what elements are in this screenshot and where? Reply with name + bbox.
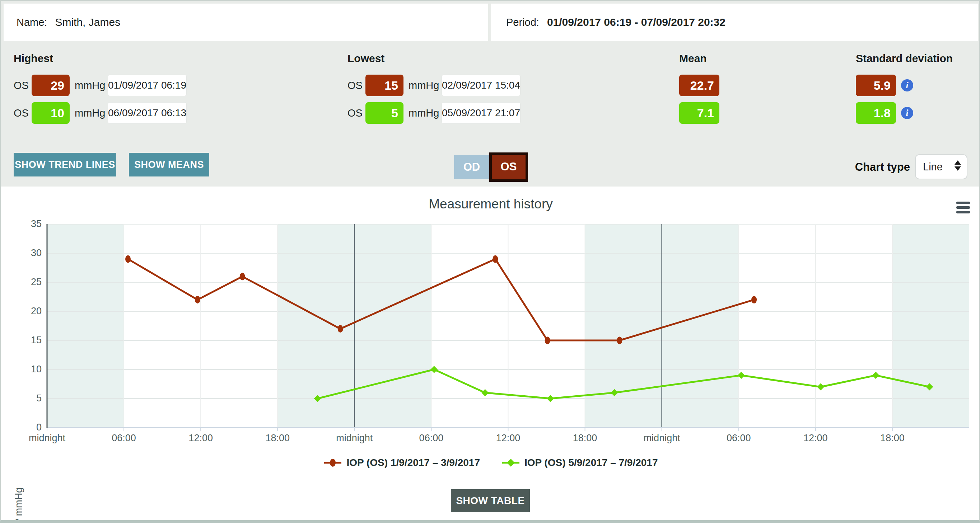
x-axis-label: 06:00	[102, 433, 145, 444]
legend-item-green-series[interactable]: IOP (OS) 5/9/2017 – 7/9/2017	[501, 457, 658, 469]
x-axis-label: 06:00	[410, 433, 453, 444]
data-point[interactable]	[195, 296, 200, 303]
x-axis-label: midnight	[25, 433, 68, 444]
legend-label: IOP (OS) 1/9/2017 – 3/9/2017	[347, 457, 480, 469]
y-axis-label: 20	[22, 306, 41, 317]
data-point[interactable]	[125, 255, 130, 263]
night-band	[47, 224, 124, 428]
legend-item-red-series[interactable]: IOP (OS) 1/9/2017 – 3/9/2017	[323, 457, 480, 469]
chart-legend: IOP (OS) 1/9/2017 – 3/9/2017 IOP (OS) 5/…	[1, 457, 980, 469]
data-point[interactable]	[751, 296, 757, 303]
data-point[interactable]	[481, 389, 488, 396]
y-axis-label: 10	[22, 364, 41, 375]
night-band	[892, 224, 969, 428]
data-point[interactable]	[817, 384, 824, 391]
x-axis-label: 18:00	[563, 433, 607, 444]
y-axis-label: 15	[22, 335, 41, 346]
y-axis-label: 35	[22, 219, 41, 230]
green-series-marker-icon	[501, 457, 520, 468]
iop-report-app: Name: Smith, James Period: 01/09/2017 06…	[0, 0, 980, 523]
data-point[interactable]	[547, 395, 554, 402]
data-point[interactable]	[338, 325, 343, 333]
x-axis-label: midnight	[640, 433, 684, 444]
x-axis-label: midnight	[333, 433, 376, 444]
y-axis-label: 30	[22, 247, 41, 258]
measurement-history-chart: Measurement history midnight06:0012:0018…	[1, 187, 980, 521]
show-table-button[interactable]: SHOW TABLE	[451, 489, 530, 512]
y-axis-label: 25	[22, 277, 41, 288]
x-axis-label: 18:00	[871, 433, 914, 444]
x-axis-label: 12:00	[179, 433, 222, 444]
x-axis-label: 12:00	[487, 433, 530, 444]
y-axis-label: 5	[22, 393, 41, 404]
x-axis-label: 06:00	[717, 433, 760, 444]
x-axis-label: 18:00	[256, 433, 299, 444]
data-point[interactable]	[545, 337, 550, 344]
data-point[interactable]	[240, 273, 245, 280]
y-axis-title: IOP mmHg	[13, 483, 24, 523]
red-series-marker-icon	[323, 457, 342, 468]
chart-plot-area	[1, 1, 980, 523]
data-point[interactable]	[872, 372, 880, 379]
y-axis-label: 0	[22, 422, 41, 433]
legend-label: IOP (OS) 5/9/2017 – 7/9/2017	[525, 457, 658, 469]
data-point[interactable]	[493, 255, 498, 263]
x-axis-label: 12:00	[794, 433, 837, 444]
data-point[interactable]	[617, 337, 622, 344]
